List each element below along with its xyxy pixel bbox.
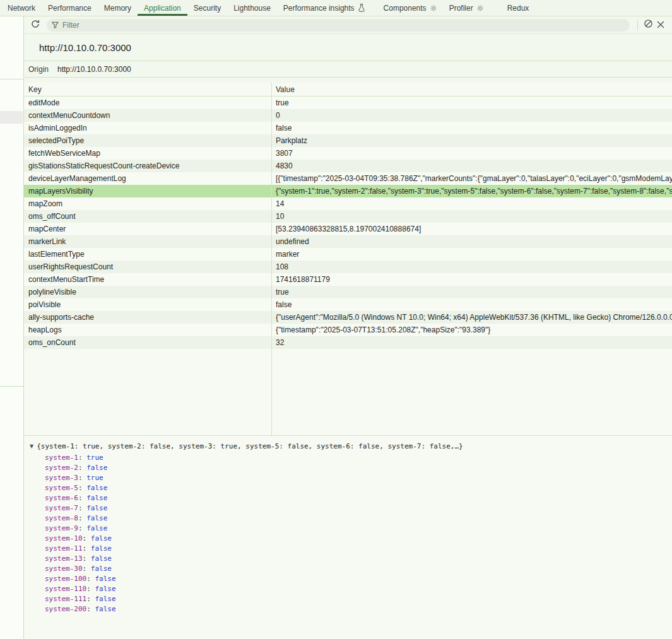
sidebar-selected-item-fragment[interactable]: [0, 111, 23, 124]
row-key: contextMenuCountdown: [24, 111, 271, 120]
property-name: system-10: [45, 534, 83, 542]
filter-field[interactable]: [47, 19, 630, 32]
table-row[interactable]: polylineVisibletrue: [24, 286, 672, 298]
property-name: system-1: [45, 454, 78, 462]
row-value: 3807: [271, 149, 672, 158]
row-value: 1741618871179: [271, 275, 672, 284]
column-resize-handle[interactable]: [271, 83, 272, 435]
property-value: false: [91, 544, 112, 553]
row-value: undefined: [271, 237, 672, 246]
object-property: system-6: false: [24, 493, 672, 503]
table-row[interactable]: selectedPoiTypeParkplatz: [24, 134, 672, 147]
tab-application[interactable]: Application: [138, 0, 187, 16]
table-row[interactable]: lastElementTypemarker: [24, 248, 672, 261]
tab-performance-insights[interactable]: Performance insights: [277, 0, 371, 16]
row-key: poiVisible: [24, 300, 271, 309]
table-row[interactable]: editModetrue: [24, 97, 672, 109]
row-value: true: [271, 98, 672, 107]
row-value: 14: [271, 199, 672, 208]
tab-memory[interactable]: Memory: [98, 0, 138, 16]
tab-label: Lighthouse: [233, 4, 271, 13]
row-key: userRightsRequestCount: [24, 262, 271, 271]
row-key: gisStationsStaticRequestCount-createDevi…: [24, 161, 271, 170]
tab-redux[interactable]: Redux: [501, 0, 536, 16]
object-property: system-9: false: [24, 524, 672, 534]
property-value: true: [86, 474, 103, 482]
row-value: {"system-1":true,"system-2":false,"syste…: [271, 187, 672, 196]
property-name: system-5: [45, 484, 78, 492]
table-row[interactable]: deviceLayerManagementLog[{"timestamp":"2…: [24, 172, 672, 185]
table-row[interactable]: mapCenter[53.23940863328815,8.1970024108…: [24, 223, 672, 235]
object-property: system-13: false: [24, 554, 672, 564]
table-row[interactable]: isAdminLoggedInfalse: [24, 122, 672, 134]
application-sidebar[interactable]: [0, 16, 24, 639]
tab-label: Network: [8, 4, 35, 13]
tab-lighthouse[interactable]: Lighthouse: [227, 0, 277, 16]
clear-storage-button[interactable]: [642, 19, 654, 32]
tab-components[interactable]: Components: [377, 0, 443, 16]
property-name: system-7: [45, 504, 78, 512]
tab-label: Redux: [507, 4, 529, 13]
row-key: heapLogs: [24, 325, 271, 334]
property-colon: :: [83, 544, 91, 553]
property-colon: :: [86, 585, 95, 593]
object-property: system-8: false: [24, 513, 672, 524]
delete-selected-button[interactable]: [654, 19, 667, 32]
tab-security[interactable]: Security: [187, 0, 227, 16]
table-row[interactable]: heapLogs{"timestamp":"2025-03-07T13:51:0…: [24, 324, 672, 336]
tab-performance[interactable]: Performance: [42, 0, 98, 16]
tab-network[interactable]: Network: [1, 0, 42, 16]
property-colon: :: [78, 454, 86, 462]
tab-label: Performance insights: [283, 4, 355, 13]
object-summary[interactable]: ▼{system-1: true, system-2: false, syste…: [24, 436, 672, 453]
property-name: system-6: [45, 494, 78, 502]
object-property: system-110: false: [24, 584, 672, 594]
table-row[interactable]: ally-supports-cache{"userAgent":"Mozilla…: [24, 311, 672, 324]
table-row[interactable]: oms_onCount32: [24, 336, 672, 349]
row-key: deviceLayerManagementLog: [24, 174, 271, 183]
table-row[interactable]: contextMenuStartTime1741618871179: [24, 273, 672, 286]
table-row[interactable]: fetchWebServiceMap3807: [24, 147, 672, 160]
table-row[interactable]: poiVisiblefalse: [24, 298, 672, 311]
row-key: contextMenuStartTime: [24, 275, 271, 284]
property-value: false: [86, 514, 107, 522]
column-header-value[interactable]: Value: [271, 85, 672, 94]
tab-profiler[interactable]: Profiler: [443, 0, 490, 16]
property-name: system-200: [45, 605, 86, 613]
table-row[interactable]: mapLayersVisibility{"system-1":true,"sys…: [24, 185, 672, 197]
property-name: system-9: [45, 524, 78, 532]
property-colon: :: [78, 514, 86, 522]
property-name: system-110: [45, 585, 86, 593]
property-name: system-30: [45, 565, 83, 573]
tab-label: Security: [194, 4, 221, 13]
flask-icon: [358, 4, 365, 12]
property-name: system-3: [45, 474, 78, 482]
row-value: [{"timestamp":"2025-03-04T09:35:38.786Z"…: [271, 174, 672, 183]
table-row[interactable]: userRightsRequestCount108: [24, 261, 672, 273]
object-property: system-1: true: [24, 453, 672, 463]
object-property: system-200: false: [24, 604, 672, 614]
table-row[interactable]: oms_offCount10: [24, 210, 672, 223]
row-value: false: [271, 124, 672, 132]
gear-icon: [430, 5, 437, 11]
sidebar-divider: [0, 79, 23, 79]
filter-input[interactable]: [62, 21, 625, 30]
row-key: markerLink: [24, 237, 271, 246]
block-icon: [644, 19, 653, 31]
storage-toolbar: [24, 16, 672, 34]
sidebar-divider: [0, 386, 23, 387]
table-row[interactable]: markerLinkundefined: [24, 235, 672, 248]
object-property: system-3: true: [24, 473, 672, 483]
table-row[interactable]: mapZoom14: [24, 197, 672, 210]
row-key: lastElementType: [24, 250, 271, 259]
page-title: http://10.10.0.70:3000: [39, 42, 131, 53]
storage-panel: http://10.10.0.70:3000 Origin http://10.…: [24, 16, 672, 639]
property-colon: :: [83, 534, 91, 542]
refresh-button[interactable]: [29, 19, 42, 32]
column-header-key[interactable]: Key: [24, 85, 271, 94]
table-row[interactable]: gisStationsStaticRequestCount-createDevi…: [24, 160, 672, 172]
table-row[interactable]: contextMenuCountdown0: [24, 109, 672, 122]
row-key: oms_onCount: [24, 338, 271, 347]
expand-triangle-icon[interactable]: ▼: [30, 443, 33, 449]
tab-label: Profiler: [449, 4, 473, 13]
